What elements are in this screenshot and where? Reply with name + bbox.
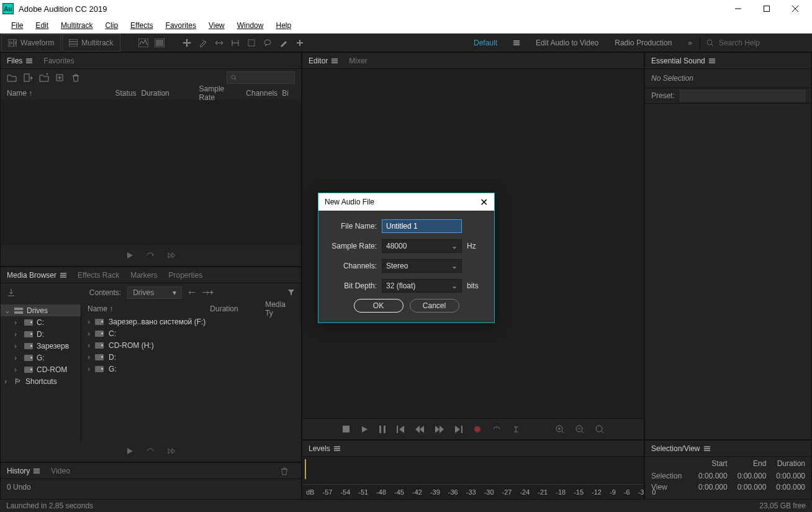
channels-dropdown[interactable]: Stereo⌄ — [382, 259, 462, 273]
play-icon[interactable] — [126, 447, 133, 455]
panel-menu-icon[interactable] — [709, 58, 715, 63]
stop-icon[interactable] — [343, 426, 350, 432]
lasso-tool-icon[interactable] — [261, 36, 274, 50]
tab-video[interactable]: Video — [51, 467, 70, 475]
search-help[interactable]: Search Help — [700, 39, 812, 47]
panel-menu-icon[interactable] — [34, 469, 40, 473]
menu-edit[interactable]: Edit — [29, 19, 55, 32]
loop-playback-icon[interactable] — [492, 426, 501, 433]
menu-help[interactable]: Help — [269, 19, 297, 32]
panel-menu-icon[interactable] — [26, 58, 32, 63]
menu-clip[interactable]: Clip — [99, 19, 124, 32]
maximize-button[interactable] — [752, 0, 781, 17]
contents-dropdown[interactable]: Drives ▾ — [127, 286, 182, 299]
selection-start[interactable]: 0:00.000 — [688, 472, 728, 480]
record-icon[interactable] — [474, 426, 481, 433]
menu-multitrack[interactable]: Multitrack — [55, 19, 99, 32]
workspace-menu-icon[interactable] — [513, 40, 520, 45]
mode-waveform-button[interactable]: Waveform — [1, 34, 61, 52]
download-icon[interactable] — [7, 288, 16, 297]
mode-multitrack-button[interactable]: Multitrack — [62, 34, 120, 52]
zoom-full-icon[interactable] — [595, 425, 604, 434]
tab-mixer[interactable]: Mixer — [349, 57, 367, 65]
tab-selection-view[interactable]: Selection/View — [651, 444, 710, 453]
close-button[interactable] — [781, 0, 810, 17]
spectral-freq-icon[interactable] — [137, 36, 150, 50]
ok-button[interactable]: OK — [354, 299, 404, 313]
list-item[interactable]: ›D: — [81, 351, 301, 363]
files-search[interactable] — [227, 71, 295, 84]
list-item[interactable]: ›C: — [81, 327, 301, 339]
panel-menu-icon[interactable] — [704, 446, 710, 451]
col-bit[interactable]: Bi — [282, 89, 295, 98]
cancel-button[interactable]: Cancel — [410, 299, 459, 313]
history-trash-icon[interactable] — [274, 467, 295, 475]
file-name-input[interactable]: Untitled 1 — [382, 219, 462, 233]
menu-effects[interactable]: Effects — [124, 19, 159, 32]
rewind-icon[interactable] — [415, 426, 424, 433]
view-start[interactable]: 0:00.000 — [688, 483, 728, 491]
list-col-duration[interactable]: Duration — [210, 304, 265, 313]
bit-depth-dropdown[interactable]: 32 (float)⌄ — [382, 279, 462, 293]
import-icon[interactable]: ▾ — [39, 73, 49, 82]
loop-icon[interactable] — [146, 447, 155, 455]
menu-favorites[interactable]: Favorites — [160, 19, 202, 32]
tree-d[interactable]: ›D: — [1, 328, 81, 340]
zoom-in-icon[interactable] — [556, 425, 564, 434]
col-channels[interactable]: Channels — [246, 89, 282, 98]
panel-menu-icon[interactable] — [332, 58, 338, 63]
autoplay-icon[interactable] — [167, 447, 176, 455]
trash-icon[interactable] — [71, 73, 80, 82]
dialog-close-icon[interactable]: ✕ — [480, 196, 488, 208]
tab-properties[interactable]: Properties — [169, 271, 203, 280]
selection-duration[interactable]: 0:00.000 — [766, 472, 805, 480]
col-status[interactable]: Status — [115, 89, 141, 98]
tab-levels[interactable]: Levels — [309, 444, 340, 453]
fast-forward-icon[interactable] — [435, 426, 444, 433]
skip-back-icon[interactable] — [397, 426, 404, 433]
back-icon[interactable]: 🡐 — [188, 288, 196, 297]
tab-history[interactable]: History — [7, 467, 40, 475]
tab-media-browser[interactable]: Media Browser — [7, 271, 66, 280]
list-col-media-type[interactable]: Media Ty — [265, 300, 295, 318]
tab-effects-rack[interactable]: Effects Rack — [78, 271, 119, 280]
workspace-more[interactable]: » — [688, 39, 692, 47]
new-file-icon[interactable]: + — [23, 73, 33, 82]
filter-icon[interactable] — [287, 289, 295, 296]
loop-icon[interactable] — [146, 252, 155, 259]
workspace-radio[interactable]: Radio Production — [615, 39, 672, 47]
menu-window[interactable]: Window — [231, 19, 270, 32]
col-name[interactable]: Name ↑ — [7, 89, 115, 98]
tree-cdrom[interactable]: ›CD-ROM — [1, 363, 81, 375]
autoplay-icon[interactable] — [167, 252, 176, 259]
tab-files[interactable]: Files — [7, 57, 32, 65]
tab-essential-sound[interactable]: Essential Sound — [651, 57, 715, 65]
selection-end[interactable]: 0:00.000 — [728, 472, 767, 480]
tab-editor[interactable]: Editor — [309, 57, 338, 65]
tab-markers[interactable]: Markers — [130, 271, 157, 280]
tree-drives[interactable]: ⌄Drives — [1, 304, 81, 316]
insert-icon[interactable] — [55, 73, 65, 82]
zoom-out-icon[interactable] — [575, 425, 584, 434]
brush-tool-icon[interactable] — [277, 36, 291, 50]
col-duration[interactable]: Duration — [141, 89, 199, 98]
view-duration[interactable]: 0:00.000 — [766, 483, 805, 491]
skip-selection-icon[interactable] — [512, 426, 521, 433]
view-end[interactable]: 0:00.000 — [728, 483, 767, 491]
razor-tool-icon[interactable] — [196, 36, 210, 50]
spectral-pitch-icon[interactable] — [153, 36, 166, 50]
workspace-default[interactable]: Default — [474, 39, 497, 47]
tree-c[interactable]: ›C: — [1, 316, 81, 328]
time-selection-tool-icon[interactable] — [228, 36, 242, 50]
marquee-tool-icon[interactable] — [245, 36, 258, 50]
list-item[interactable]: ›G: — [81, 363, 301, 375]
open-file-icon[interactable] — [7, 73, 17, 82]
forward-icon[interactable]: 🡒+ — [202, 288, 214, 297]
spot-heal-tool-icon[interactable] — [293, 36, 307, 50]
slip-tool-icon[interactable] — [212, 36, 226, 50]
col-sample-rate[interactable]: Sample Rate — [199, 85, 246, 102]
tree-reserved[interactable]: ›Зарезерв — [1, 340, 81, 352]
preset-dropdown[interactable] — [680, 90, 805, 101]
panel-menu-icon[interactable] — [60, 273, 66, 278]
tree-g[interactable]: ›G: — [1, 352, 81, 363]
